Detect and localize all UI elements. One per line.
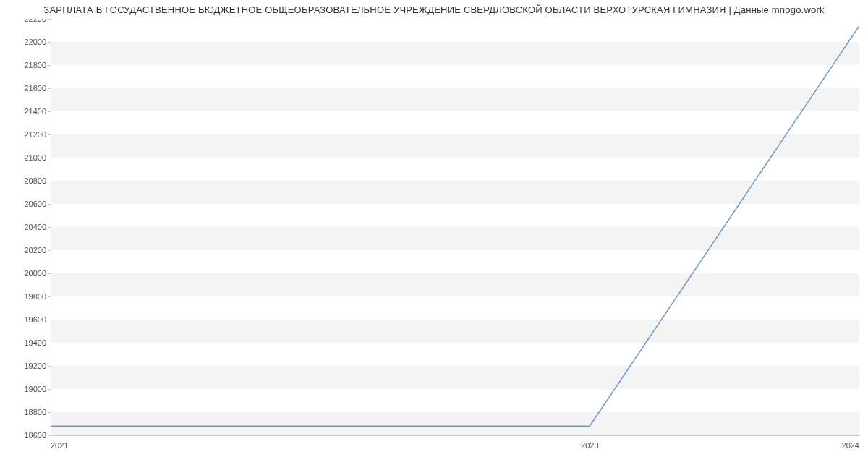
y-tick-label: 19800 <box>24 292 46 301</box>
y-tick-label: 20000 <box>24 269 46 278</box>
y-tick-label: 22000 <box>24 38 46 46</box>
y-tick-label: 21000 <box>24 153 46 162</box>
grid-band <box>51 412 859 435</box>
y-tick-label: 18600 <box>24 431 46 440</box>
y-ticks: 1860018800190001920019400196001980020000… <box>24 19 51 440</box>
grid-band <box>51 366 859 389</box>
y-tick-label: 21200 <box>24 130 46 139</box>
y-tick-label: 20200 <box>24 246 46 255</box>
x-tick-label: 2024 <box>842 441 859 450</box>
grid-band <box>51 320 859 343</box>
chart-title: ЗАРПЛАТА В ГОСУДАСТВЕННОЕ БЮДЖЕТНОЕ ОБЩЕ… <box>0 4 868 15</box>
y-tick-label: 19000 <box>24 385 46 393</box>
grid-band <box>51 227 859 250</box>
y-tick-label: 19600 <box>24 315 46 324</box>
grid-band <box>51 42 859 65</box>
x-tick-label: 2023 <box>581 441 598 450</box>
y-tick-label: 21600 <box>24 84 46 93</box>
y-tick-label: 21400 <box>24 107 46 116</box>
chart-plot: 1860018800190001920019400196001980020000… <box>16 19 859 435</box>
grid-band <box>51 134 859 158</box>
y-tick-label: 18800 <box>24 408 46 416</box>
x-tick-label: 2021 <box>51 441 68 450</box>
y-tick-label: 19200 <box>24 362 46 370</box>
y-tick-label: 19400 <box>24 338 46 347</box>
grid-band <box>51 181 859 204</box>
grid-band <box>51 88 859 111</box>
y-tick-label: 20600 <box>24 200 46 208</box>
x-ticks: 202120232024 <box>51 435 859 450</box>
y-tick-label: 21800 <box>24 61 46 69</box>
y-tick-label: 20800 <box>24 176 46 185</box>
grid-band <box>51 273 859 296</box>
y-tick-label: 22200 <box>24 19 46 23</box>
y-tick-label: 20400 <box>24 223 46 231</box>
